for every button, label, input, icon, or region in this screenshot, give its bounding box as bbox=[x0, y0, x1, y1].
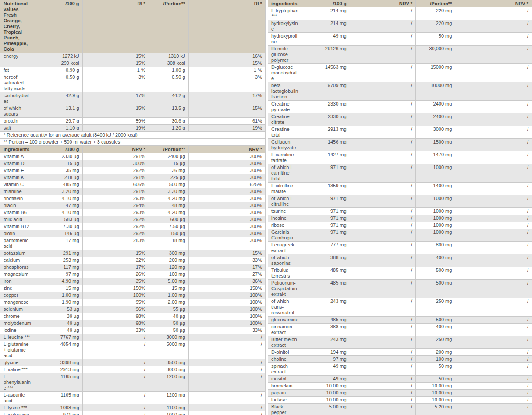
row-value: / bbox=[188, 392, 265, 404]
row-value: 2400 mg bbox=[416, 113, 455, 126]
row-value: 15% bbox=[188, 105, 265, 118]
row-value: 98% bbox=[82, 320, 149, 327]
table-row: manganese1.90 mg95%2.00 mg100% bbox=[0, 299, 266, 306]
row-value: 35% bbox=[82, 278, 149, 285]
row-value: 35 mg bbox=[35, 167, 82, 174]
row-value: 220 mg bbox=[416, 20, 455, 33]
col-header-portion: /Portion** bbox=[149, 146, 188, 153]
footnote-row: ** Portion = 100 g powder + 500 ml water… bbox=[0, 139, 266, 146]
row-value: 42.9 g bbox=[35, 92, 82, 105]
row-label: iodine bbox=[0, 327, 35, 334]
table-row: L-carnitine tartrate1427 mg/1470 mg/ bbox=[268, 151, 532, 164]
table-row: thiamine3.20 mg291%3.30 mg300% bbox=[0, 188, 266, 195]
row-value: / bbox=[350, 242, 416, 254]
row-value: 17% bbox=[188, 92, 265, 105]
row-value: 1200 mg bbox=[149, 392, 188, 404]
row-value: 214 mg bbox=[302, 7, 350, 20]
table-row: molybdenum49 µg98%50 µg100% bbox=[0, 320, 266, 327]
row-value: / bbox=[455, 383, 532, 390]
table-row: inosine971 mg/1000 mg/ bbox=[268, 215, 532, 222]
row-value: 26% bbox=[82, 271, 149, 278]
row-value: 971 mg bbox=[35, 411, 82, 415]
row-value: 971 mg bbox=[302, 164, 350, 183]
ingredients-header-row: ingredients /100 g NRV * /Portion** NRV … bbox=[0, 146, 266, 153]
row-value: 97 mg bbox=[302, 356, 350, 363]
row-value: 55 µg bbox=[149, 306, 188, 313]
row-value: / bbox=[82, 341, 149, 359]
row-value: 300% bbox=[188, 167, 265, 174]
row-label: thiamine bbox=[0, 188, 35, 195]
row-value: 299 kcal bbox=[35, 60, 82, 67]
row-value: 400 mg bbox=[416, 254, 455, 267]
row-value: 3.30 mg bbox=[149, 188, 188, 195]
row-value: 4.20 mg bbox=[149, 195, 188, 202]
col-header-per-100g: /100 g bbox=[302, 0, 350, 7]
row-value: 33% bbox=[188, 327, 265, 334]
row-value: 260 mg bbox=[149, 257, 188, 264]
row-value: 15% bbox=[188, 60, 265, 67]
table-row: Creatine citrate2330 mg/2400 mg/ bbox=[268, 113, 532, 126]
table-row: Creatine pyruvate2330 mg/2400 mg/ bbox=[268, 101, 532, 113]
row-value: 100% bbox=[188, 320, 265, 327]
row-value: 17% bbox=[82, 264, 149, 271]
row-value: 1310 kJ bbox=[149, 53, 188, 60]
row-value: / bbox=[188, 334, 265, 341]
row-value: 200 mg bbox=[416, 349, 455, 356]
row-value: 150% bbox=[188, 285, 265, 292]
row-label: Garcinia Cambogia bbox=[268, 229, 302, 242]
row-value: 3.20 mg bbox=[35, 188, 82, 195]
row-value: 485 mg bbox=[35, 181, 82, 188]
row-value: 100 mg bbox=[149, 271, 188, 278]
row-value: / bbox=[455, 349, 532, 356]
row-value: 33% bbox=[82, 327, 149, 334]
table-row: L-valine ***2913 mg/3000 mg/ bbox=[0, 366, 266, 373]
row-label: selenium bbox=[0, 306, 35, 313]
row-value: / bbox=[350, 222, 416, 229]
row-value: / bbox=[350, 317, 416, 324]
row-value: 800 mg bbox=[416, 242, 455, 254]
row-value: / bbox=[82, 392, 149, 404]
row-label bbox=[0, 60, 35, 67]
row-label: D-glucose monohydrate bbox=[268, 64, 302, 82]
table-row: zinc15 mg150%15 mg150% bbox=[0, 285, 266, 292]
row-value: 36 mg bbox=[149, 167, 188, 174]
table-row: riboflavin4.10 mg293%4.20 mg300% bbox=[0, 195, 266, 202]
table-row: folic acid583 µg292%600 µg300% bbox=[0, 216, 266, 223]
row-value: 0.50 g bbox=[35, 74, 82, 92]
row-value: 97 mg bbox=[35, 271, 82, 278]
row-value: / bbox=[455, 390, 532, 397]
row-value: / bbox=[455, 363, 532, 376]
row-value: 15% bbox=[82, 250, 149, 257]
table-row: potassium291 mg15%300 mg15% bbox=[0, 250, 266, 257]
row-value: / bbox=[455, 356, 532, 363]
row-label: of which L-citrulline bbox=[268, 195, 302, 208]
row-value: 30.6 g bbox=[149, 118, 188, 125]
row-value: 300% bbox=[188, 216, 265, 223]
row-label: of which saponins bbox=[268, 254, 302, 267]
row-value: 33% bbox=[188, 257, 265, 264]
table-row: Creatine total2913 mg/3000 mg/ bbox=[268, 126, 532, 139]
row-value: / bbox=[350, 280, 416, 298]
col-header-per-100g: /100 g bbox=[35, 146, 82, 153]
row-value: / bbox=[350, 126, 416, 139]
row-value: 1165 mg bbox=[35, 373, 82, 392]
row-value: 500 mg bbox=[416, 267, 455, 280]
table-row: Fenugreek extract777 mg/800 mg/ bbox=[268, 242, 532, 254]
row-value: 100% bbox=[188, 313, 265, 320]
row-value: 53 µg bbox=[35, 306, 82, 313]
row-label: magnesium bbox=[0, 271, 35, 278]
row-value: / bbox=[350, 336, 416, 349]
row-value: 95% bbox=[82, 299, 149, 306]
row-value: / bbox=[455, 215, 532, 222]
row-value: 971 mg bbox=[302, 215, 350, 222]
row-value: / bbox=[350, 101, 416, 113]
table-row: L-aspartic acid1165 mg/1200 mg/ bbox=[0, 392, 266, 404]
ingredients-table-left: ingredients /100 g NRV * /Portion** NRV … bbox=[0, 146, 266, 415]
row-label: Vitamin K bbox=[0, 174, 35, 181]
row-value: 10.00 mg bbox=[302, 390, 350, 397]
row-label: D-pinitol bbox=[268, 349, 302, 356]
table-row: Vitamin B127.30 µg292%7.50 µg300% bbox=[0, 223, 266, 230]
row-value: 243 mg bbox=[302, 336, 350, 349]
row-value: / bbox=[82, 411, 149, 415]
row-value: 13.5 g bbox=[149, 105, 188, 118]
